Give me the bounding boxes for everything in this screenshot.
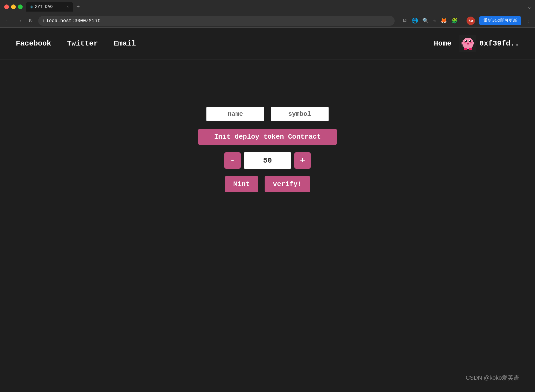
nav-links: Facebook Twitter Email [16,39,136,48]
tab-react-icon: ⚛ [30,4,33,10]
nav-right: Home [434,35,519,52]
watermark: CSDN @koko爱英语 [466,374,519,382]
kirby-avatar [459,35,476,52]
browser-addressbar: ← → ↻ ℹ localhost:3000/Mint 🖥 🌐 🔍 ☆ 🦊 🧩 … [0,14,535,27]
more-options-icon[interactable]: ⋮ [526,17,531,24]
twitter-link[interactable]: Twitter [67,39,98,48]
symbol-input[interactable] [271,107,329,121]
init-deploy-button[interactable]: Init deploy token Contract [198,129,337,145]
facebook-link[interactable]: Facebook [16,39,51,48]
svg-rect-7 [469,40,470,41]
traffic-lights [4,4,23,9]
verify-button[interactable]: verify! [265,176,310,192]
nav-bar: Facebook Twitter Email Home [0,28,535,59]
main-content: Init deploy token Contract - 50 + Mint v… [0,59,535,192]
decrement-button[interactable]: - [224,152,241,169]
forward-button[interactable]: → [16,17,23,25]
email-link[interactable]: Email [114,39,136,48]
address-bar[interactable]: ℹ localhost:3000/Mint [38,16,395,26]
counter-display: 50 [244,152,291,169]
svg-rect-14 [472,42,474,44]
reload-button[interactable]: ↻ [27,17,34,25]
profile-button[interactable]: ko [467,17,475,25]
toolbar-separator [462,18,462,24]
svg-rect-10 [467,43,469,44]
back-button[interactable]: ← [4,17,12,25]
bookmark-icon[interactable]: ☆ [433,17,436,24]
svg-rect-8 [464,42,466,43]
input-row [206,107,329,121]
app-content: Facebook Twitter Email Home [0,28,535,392]
update-button[interactable]: 重新启动即可更新 [479,16,521,25]
browser-titlebar: ⚛ XYT DAO × + ⌄ [0,0,535,14]
expand-tabs-icon[interactable]: ⌄ [528,4,531,10]
action-row: Mint verify! [225,176,310,192]
wallet-info: 0xf39fd.. [459,35,519,52]
browser-chrome: ⚛ XYT DAO × + ⌄ ← → ↻ ℹ localhost:3000/M… [0,0,535,28]
name-input[interactable] [206,107,264,121]
svg-rect-13 [462,42,464,44]
wallet-address: 0xf39fd.. [479,39,519,48]
address-text: localhost:3000/Mint [46,18,100,23]
maximize-traffic-light[interactable] [18,4,23,9]
translate-icon[interactable]: 🌐 [412,17,418,24]
svg-rect-9 [470,42,472,43]
tab-title: XYT DAO [35,4,53,9]
browser-tools: 🖥 🌐 🔍 ☆ 🦊 🧩 ko 重新启动即可更新 ⋮ [402,16,531,25]
svg-rect-12 [469,48,472,50]
minimize-traffic-light[interactable] [11,4,16,9]
increment-button[interactable]: + [294,152,311,169]
svg-rect-6 [465,40,466,41]
mint-button[interactable]: Mint [225,176,258,192]
address-info-icon: ℹ [42,18,44,23]
metamask-icon[interactable]: 🦊 [440,17,447,24]
home-link[interactable]: Home [434,39,452,48]
extensions-icon[interactable]: 🧩 [451,17,458,24]
svg-rect-11 [464,48,467,50]
new-tab-button[interactable]: + [74,3,82,11]
search-icon[interactable]: 🔍 [422,17,429,24]
tab-bar: ⚛ XYT DAO × + [26,2,525,12]
counter-row: - 50 + [224,152,311,169]
tab-close-button[interactable]: × [67,5,69,9]
screen-cast-icon[interactable]: 🖥 [402,18,407,24]
active-tab[interactable]: ⚛ XYT DAO × [26,2,73,12]
close-traffic-light[interactable] [4,4,9,9]
